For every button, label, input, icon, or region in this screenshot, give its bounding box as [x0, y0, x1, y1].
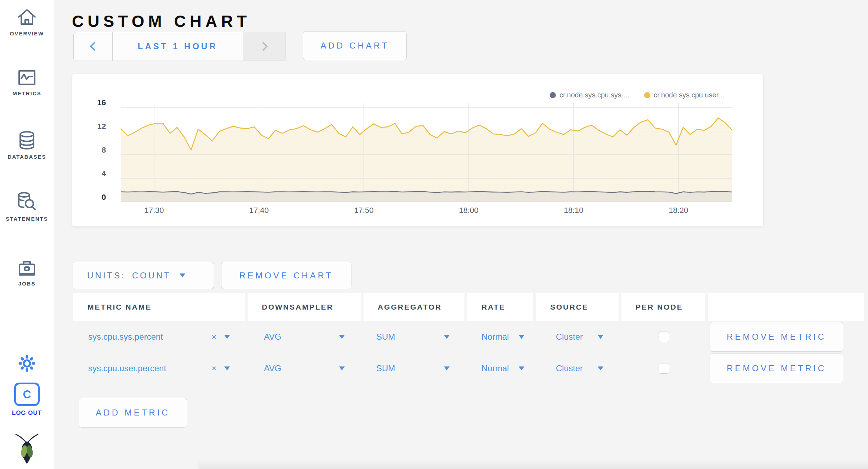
aggregator-dropdown[interactable]: SUM	[376, 363, 395, 373]
timeseries-plot[interactable]	[117, 101, 737, 204]
legend-label: cr.node.sys.cpu.sys....	[559, 91, 629, 99]
remove-metric-button[interactable]: REMOVE METRIC	[710, 322, 843, 352]
sidebar-item-jobs[interactable]: JOBS	[0, 259, 54, 287]
time-range-dropdown[interactable]: LAST 1 HOUR	[113, 32, 243, 61]
sidebar-item-label: JOBS	[18, 281, 36, 287]
y-tick-label: 12	[85, 122, 106, 131]
x-tick-label: 18:10	[559, 206, 588, 215]
sidebar-item-label: METRICS	[12, 90, 41, 96]
sidebar-settings[interactable]	[0, 354, 54, 373]
time-range-prev-button[interactable]	[74, 32, 113, 61]
legend-item-sys[interactable]: cr.node.sys.cpu.sys....	[550, 91, 629, 99]
units-label: UNITS:	[87, 271, 126, 281]
sidebar-item-overview[interactable]: OVERVIEW	[0, 7, 54, 36]
y-tick-label: 0	[85, 193, 106, 202]
metric-name-dropdown[interactable]: sys.cpu.user.percent	[88, 363, 166, 373]
sidebar: OVERVIEW METRICS DATABASES	[0, 0, 54, 469]
y-axis-tick-labels: 1612840	[85, 74, 106, 226]
col-header-downsampler: DOWNSAMPLER	[248, 293, 361, 321]
chart-legend: cr.node.sys.cpu.sys.... cr.node.sys.cpu.…	[550, 91, 724, 99]
col-header-aggregator: AGGREGATOR	[363, 293, 464, 321]
chevron-down-icon[interactable]	[339, 367, 345, 371]
chevron-down-icon[interactable]	[598, 367, 603, 371]
units-value: COUNT	[132, 271, 171, 281]
remove-chart-button[interactable]: REMOVE CHART	[221, 262, 351, 289]
metrics-chart-icon	[17, 68, 37, 87]
chevron-down-icon[interactable]	[224, 335, 230, 339]
sidebar-item-label: DATABASES	[7, 154, 46, 160]
chevron-down-icon[interactable]	[224, 367, 230, 371]
legend-label: cr.node.sys.cpu.user...	[654, 91, 724, 99]
cockroach-bug-icon	[14, 433, 40, 465]
per-node-checkbox[interactable]	[659, 363, 669, 374]
home-icon	[17, 7, 37, 27]
sidebar-logo	[0, 433, 54, 465]
x-tick-label: 18:00	[455, 206, 483, 215]
chevron-down-icon	[180, 273, 185, 277]
y-tick-label: 8	[85, 146, 106, 155]
col-header-metric-name: METRIC NAME	[73, 293, 245, 321]
chevron-down-icon[interactable]	[339, 335, 345, 339]
gear-icon	[18, 354, 36, 373]
sidebar-item-label: STATEMENTS	[6, 216, 48, 222]
legend-item-user[interactable]: cr.node.sys.cpu.user...	[644, 91, 724, 99]
sidebar-item-metrics[interactable]: METRICS	[0, 68, 54, 96]
time-range-next-button[interactable]	[243, 32, 286, 61]
add-chart-button[interactable]: ADD CHART	[303, 31, 407, 60]
chevron-right-icon	[259, 42, 267, 51]
bottom-scroll-shadow	[198, 460, 868, 469]
table-row: sys.cpu.user.percent × AVG SUM Normal Cl…	[73, 353, 864, 384]
source-dropdown[interactable]: Cluster	[556, 332, 583, 342]
sidebar-item-label: OVERVIEW	[10, 30, 44, 36]
downsampler-dropdown[interactable]: AVG	[264, 363, 281, 373]
x-tick-label: 17:30	[140, 206, 168, 215]
remove-metric-button[interactable]: REMOVE METRIC	[710, 354, 843, 383]
units-dropdown[interactable]: UNITS: COUNT	[73, 262, 214, 289]
col-header-per-node: PER NODE	[621, 293, 705, 321]
y-tick-label: 16	[85, 98, 106, 107]
chevron-left-icon	[90, 42, 98, 51]
chart-card: cr.node.sys.cpu.sys.... cr.node.sys.cpu.…	[72, 74, 763, 227]
col-header-rate: RATE	[467, 293, 533, 321]
sidebar-item-databases[interactable]: DATABASES	[0, 130, 54, 160]
clear-metric-icon[interactable]: ×	[212, 363, 216, 373]
aggregator-dropdown[interactable]: SUM	[376, 332, 395, 342]
chevron-down-icon[interactable]	[519, 335, 524, 339]
database-icon	[17, 130, 37, 150]
statements-search-icon	[16, 192, 38, 212]
legend-dot-user	[644, 92, 650, 98]
sidebar-item-statements[interactable]: STATEMENTS	[0, 192, 54, 222]
add-metric-button[interactable]: ADD METRIC	[79, 398, 187, 428]
page-title: CUSTOM CHART	[72, 12, 250, 31]
downsampler-dropdown[interactable]: AVG	[264, 332, 281, 342]
chevron-down-icon[interactable]	[598, 335, 603, 339]
chevron-down-icon[interactable]	[444, 367, 450, 371]
chevron-down-icon[interactable]	[519, 367, 524, 371]
cockroach-c-icon: C	[14, 383, 40, 406]
x-tick-label: 17:40	[245, 206, 273, 215]
chevron-down-icon[interactable]	[444, 335, 450, 339]
col-header-actions	[708, 293, 864, 321]
legend-dot-sys	[550, 92, 556, 98]
per-node-checkbox[interactable]	[659, 332, 669, 342]
logout-label: LOG OUT	[12, 409, 42, 417]
rate-dropdown[interactable]: Normal	[481, 363, 509, 373]
source-dropdown[interactable]: Cluster	[556, 363, 583, 373]
time-range-selector: LAST 1 HOUR	[73, 32, 286, 61]
sidebar-logout[interactable]: C LOG OUT	[0, 383, 54, 417]
y-tick-label: 4	[85, 169, 106, 178]
metric-name-dropdown[interactable]: sys.cpu.sys.percent	[88, 332, 163, 342]
x-tick-label: 17:50	[350, 206, 378, 215]
col-header-source: SOURCE	[536, 293, 619, 321]
table-row: sys.cpu.sys.percent × AVG SUM Normal Clu…	[73, 322, 864, 352]
clear-metric-icon[interactable]: ×	[212, 332, 216, 342]
x-tick-label: 18:20	[664, 206, 693, 215]
briefcase-icon	[17, 259, 37, 277]
rate-dropdown[interactable]: Normal	[481, 332, 509, 342]
